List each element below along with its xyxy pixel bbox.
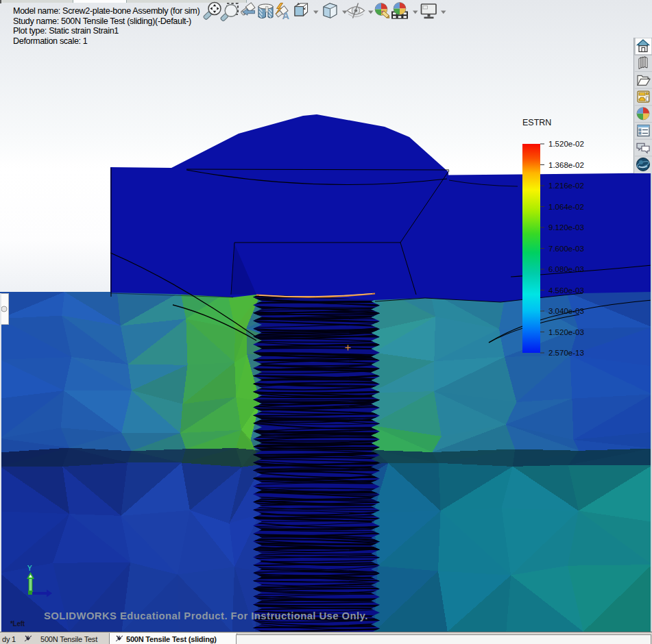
svg-text:ESTRN: ESTRN	[522, 118, 551, 127]
svg-text:1.216e-02: 1.216e-02	[548, 182, 584, 190]
svg-text:9.120e-03: 9.120e-03	[548, 223, 584, 232]
svg-text:1.520e-02: 1.520e-02	[548, 140, 584, 148]
svg-text:A: A	[282, 10, 290, 21]
svg-text:SOLIDWORKS Educational Product: SOLIDWORKS Educational Product. For Inst…	[44, 610, 368, 621]
svg-text:3.040e-03: 3.040e-03	[548, 307, 584, 315]
svg-text:1.520e-03: 1.520e-03	[548, 328, 584, 336]
svg-text:7.600e-03: 7.600e-03	[548, 245, 584, 253]
svg-text:Y: Y	[27, 565, 32, 572]
svg-text:6.080e-03: 6.080e-03	[548, 265, 584, 273]
svg-text:2.570e-13: 2.570e-13	[548, 349, 584, 357]
svg-text:1.064e-02: 1.064e-02	[548, 203, 584, 211]
svg-text:*Left: *Left	[10, 620, 25, 628]
svg-text:4.560e-03: 4.560e-03	[548, 286, 584, 295]
svg-text:1.368e-02: 1.368e-02	[548, 161, 584, 169]
